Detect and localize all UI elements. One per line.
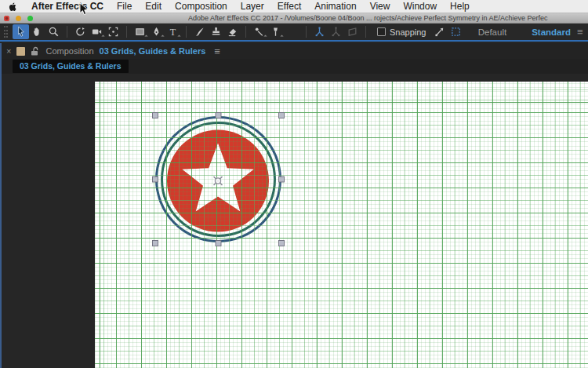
close-window-button[interactable] (4, 16, 9, 21)
panel-grip-handle[interactable] (4, 26, 8, 38)
selection-tool[interactable] (13, 24, 29, 39)
svg-text:T: T (170, 27, 176, 38)
selection-handle[interactable] (279, 241, 285, 246)
menu-item-effect[interactable]: Effect (278, 1, 301, 12)
window-title: Adobe After Effects CC 2017 - /Volumes/B… (188, 14, 588, 22)
eraser-tool[interactable] (224, 24, 241, 39)
zoom-window-button[interactable] (27, 16, 33, 21)
menu-item-app-name[interactable]: After Effects CC (31, 1, 103, 12)
workspace-standard-button[interactable]: Standard (532, 27, 571, 37)
apple-menu-icon[interactable] (8, 2, 18, 12)
menu-item-composition[interactable]: Composition (175, 1, 227, 12)
snapping-checkbox[interactable] (377, 27, 386, 36)
toolbar-separator (365, 26, 366, 38)
panel-color-chip-icon (16, 47, 25, 56)
panel-menu-icon[interactable]: ≡ (214, 46, 220, 57)
menu-item-edit[interactable]: Edit (145, 1, 162, 12)
unlocked-padlock-icon[interactable] (31, 46, 40, 56)
menu-item-window[interactable]: Window (403, 1, 437, 12)
composition-panel: × Composition 03 Grids, Guides & Rulers … (0, 43, 588, 368)
panel-close-icon[interactable]: × (6, 46, 11, 56)
minimize-window-button[interactable] (16, 16, 21, 21)
snapping-control: Snapping (377, 27, 426, 37)
traffic-lights (4, 16, 33, 21)
menu-item-animation[interactable]: Animation (314, 1, 356, 12)
composition-viewer[interactable] (2, 74, 588, 368)
pan-behind-tool[interactable] (105, 24, 122, 39)
selection-overlay (95, 82, 588, 368)
pen-tool[interactable] (148, 24, 165, 39)
anchor-point-icon[interactable] (214, 177, 223, 185)
snap-features-icon[interactable] (448, 24, 464, 39)
menu-item-view[interactable]: View (370, 1, 390, 12)
panel-label: Composition (45, 46, 93, 56)
toolbar-separator (245, 26, 246, 38)
composition-name[interactable]: 03 Grids, Guides & Rulers (100, 46, 206, 56)
selection-handle[interactable] (153, 113, 158, 118)
hand-tool[interactable] (29, 24, 45, 39)
mouse-cursor (79, 2, 89, 16)
rotation-tool[interactable] (72, 24, 89, 39)
selection-handle[interactable] (279, 113, 285, 118)
selection-handle[interactable] (153, 177, 158, 182)
workspace-more-icon[interactable]: ≡ (577, 26, 585, 38)
rectangle-tool[interactable] (132, 24, 148, 39)
toolbar-separator (186, 26, 187, 38)
view-axis-mode[interactable] (344, 24, 361, 39)
toolbar-separator (306, 26, 307, 38)
world-axis-mode[interactable] (328, 24, 344, 39)
composition-panel-header: × Composition 03 Grids, Guides & Rulers … (2, 43, 588, 59)
clone-stamp-tool[interactable] (208, 24, 224, 39)
puppet-pin-tool[interactable] (267, 24, 284, 39)
tools-panel: T Snapping (0, 24, 588, 42)
brush-tool[interactable] (191, 24, 208, 39)
type-tool[interactable]: T (165, 24, 181, 39)
snapping-label[interactable]: Snapping (390, 27, 426, 37)
composition-canvas[interactable] (95, 82, 588, 368)
workspace-default-button[interactable]: Default (478, 27, 506, 37)
local-axis-mode[interactable] (311, 24, 328, 39)
selection-handle[interactable] (216, 241, 221, 246)
menu-item-layer[interactable]: Layer (241, 1, 264, 12)
snap-guides-icon[interactable] (431, 24, 448, 39)
camera-tool[interactable] (89, 24, 105, 39)
selection-handle[interactable] (216, 113, 221, 118)
toolbar-separator (126, 26, 127, 38)
menu-item-file[interactable]: File (117, 1, 132, 12)
selection-handle[interactable] (153, 241, 158, 246)
menu-item-help[interactable]: Help (450, 1, 470, 12)
roto-brush-tool[interactable] (251, 24, 267, 39)
selection-handle[interactable] (279, 177, 285, 182)
viewer-tab-row: 03 Grids, Guides & Rulers (2, 59, 588, 74)
viewer-tab[interactable]: 03 Grids, Guides & Rulers (13, 60, 129, 73)
toolbar-separator (67, 26, 67, 38)
after-effects-window: After Effects CC File Edit Composition L… (0, 0, 588, 368)
zoom-tool[interactable] (45, 24, 62, 39)
selection-arrow-icon (15, 26, 27, 38)
